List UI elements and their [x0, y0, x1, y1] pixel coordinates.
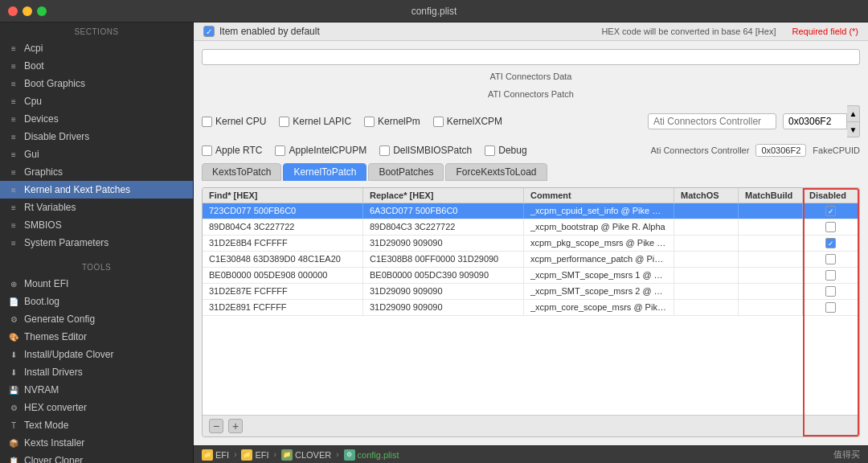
table-row[interactable]: 31D2E8B4 FCFFFF 31D29090 909090 xcpm_pkg… — [203, 236, 859, 252]
kernel-cpu-checkbox-label[interactable]: Kernel CPU — [202, 116, 266, 127]
sidebar-item-themes-editor[interactable]: 🎨 Themes Editor — [0, 328, 193, 346]
td-disabled-6[interactable] — [803, 300, 859, 315]
sidebar-item-cpu[interactable]: ≡ Cpu — [0, 92, 193, 110]
ati-connectors-data-input[interactable] — [202, 49, 860, 65]
sidebar-item-clover-cloner[interactable]: 📋 Clover Cloner — [0, 452, 193, 463]
td-matchbuild-2 — [739, 236, 803, 251]
table-row[interactable]: 89D804C4 3C227722 89D804C3 3C227722 _xcp… — [203, 219, 859, 236]
sidebar-item-gui[interactable]: ≡ Gui — [0, 145, 193, 163]
tab-kexts-to-patch[interactable]: KextsToPatch — [202, 163, 281, 181]
themes-editor-icon: 🎨 — [8, 331, 19, 342]
td-disabled-2[interactable] — [803, 236, 859, 251]
kernelpm-checkbox[interactable] — [364, 117, 375, 127]
breadcrumb-chevron-3: › — [336, 450, 338, 459]
sidebar-item-boot[interactable]: ≡ Boot — [0, 57, 193, 75]
td-disabled-5[interactable] — [803, 284, 859, 299]
ati-patch-label: ATI Connectors Patch — [488, 89, 574, 99]
td-matchbuild-1 — [739, 219, 803, 235]
table-row[interactable]: 723CD077 500FB6C0 6A3CD077 500FB6C0 _xcp… — [203, 203, 859, 219]
disabled-checkbox-1[interactable] — [825, 222, 836, 232]
kernel-lapic-checkbox[interactable] — [279, 117, 289, 127]
kernel-lapic-checkbox-label[interactable]: Kernel LAPIC — [279, 116, 351, 127]
disabled-checkbox-0[interactable] — [825, 206, 836, 216]
disabled-checkbox-6[interactable] — [825, 302, 836, 313]
sidebar-item-nvram[interactable]: 💾 NVRAM — [0, 381, 193, 399]
sidebar-item-generate-config[interactable]: ⚙ Generate Config — [0, 310, 193, 328]
td-disabled-1[interactable] — [803, 219, 859, 235]
td-replace-2: 31D29090 909090 — [363, 236, 524, 251]
disabled-checkbox-5[interactable] — [825, 286, 836, 297]
sidebar-item-boot-log[interactable]: 📄 Boot.log — [0, 293, 193, 310]
table-header: Find* [HEX] Replace* [HEX] Comment Match… — [203, 188, 859, 203]
graphics-icon: ≡ — [8, 166, 19, 178]
td-matchos-3 — [674, 252, 739, 267]
table-row[interactable]: 31D2E891 FCFFFF 31D29090 909090 _xcpm_co… — [203, 300, 859, 316]
stepper-down-button[interactable]: ▼ — [847, 121, 860, 137]
kernelxcpm-checkbox[interactable] — [433, 117, 444, 127]
hex-value-input[interactable] — [783, 113, 847, 129]
sidebar-item-text-mode[interactable]: T Text Mode — [0, 416, 193, 434]
td-matchos-6 — [674, 300, 739, 315]
apple-intel-cpupm-checkbox[interactable] — [275, 145, 285, 156]
td-disabled-4[interactable] — [803, 268, 859, 283]
close-button[interactable] — [8, 6, 18, 16]
folder-efi2-icon: 📁 — [241, 449, 252, 461]
tab-force-kexts-to-load[interactable]: ForceKextsToLoad — [445, 163, 547, 181]
sidebar-item-smbios[interactable]: ≡ SMBIOS — [0, 216, 193, 234]
table-row[interactable]: BE0B0000 005DE908 000000 BE0B0000 005DC3… — [203, 268, 859, 284]
sidebar-item-disable-drivers[interactable]: ≡ Disable Drivers — [0, 128, 193, 145]
debug-checkbox-label[interactable]: Debug — [485, 145, 526, 156]
dell-smbios-checkbox[interactable] — [379, 145, 390, 156]
ati-controller-label: Ati Connectors Controller — [650, 145, 749, 155]
ati-controller-input[interactable] — [648, 113, 776, 129]
sidebar-item-mount-efi[interactable]: ⊕ Mount EFI — [0, 275, 193, 293]
tab-kernel-to-patch[interactable]: KernelToPatch — [283, 163, 366, 181]
sections-label: SECTIONS — [0, 23, 193, 39]
maximize-button[interactable] — [37, 6, 47, 16]
th-matchbuild: MatchBuild — [739, 188, 803, 203]
stepper-up-button[interactable]: ▲ — [847, 105, 860, 121]
acpi-icon: ≡ — [8, 43, 19, 54]
kernelxcpm-checkbox-label[interactable]: KernelXCPM — [433, 116, 502, 127]
debug-label: Debug — [498, 145, 526, 156]
sidebar-item-hex-converter[interactable]: ⚙ HEX converter — [0, 399, 193, 416]
sidebar-item-boot-graphics[interactable]: ≡ Boot Graphics — [0, 75, 193, 92]
add-row-button[interactable]: + — [228, 419, 243, 433]
disabled-checkbox-2[interactable] — [825, 238, 836, 248]
sidebar-item-devices[interactable]: ≡ Devices — [0, 110, 193, 128]
kernelpm-checkbox-label[interactable]: KernelPm — [364, 116, 420, 127]
tab-boot-patches[interactable]: BootPatches — [368, 163, 444, 181]
sidebar-item-label: HEX converter — [24, 402, 87, 413]
kernel-lapic-label: Kernel LAPIC — [293, 116, 351, 127]
table-row[interactable]: 31D2E87E FCFFFF 31D29090 909090 _xcpm_SM… — [203, 284, 859, 300]
sidebar-item-graphics[interactable]: ≡ Graphics — [0, 163, 193, 181]
td-replace-4: BE0B0000 005DC390 909090 — [363, 268, 524, 283]
td-matchbuild-5 — [739, 284, 803, 299]
apple-rtc-checkbox[interactable] — [202, 145, 212, 156]
rt-variables-icon: ≡ — [8, 202, 19, 213]
debug-checkbox[interactable] — [485, 145, 495, 156]
sidebar-item-install-drivers[interactable]: ⬇ Install Drivers — [0, 363, 193, 381]
td-disabled-0[interactable] — [803, 203, 859, 219]
sidebar-item-rt-variables[interactable]: ≡ Rt Variables — [0, 199, 193, 216]
kernelpm-label: KernelPm — [378, 116, 420, 127]
table-row[interactable]: C1E30848 63D389D0 48C1EA20 C1E308B8 00FF… — [203, 252, 859, 268]
apple-rtc-checkbox-label[interactable]: Apple RTC — [202, 145, 262, 156]
dell-smbios-checkbox-label[interactable]: DellSMBIOSPatch — [379, 145, 472, 156]
sidebar-item-kernel-kext-patches[interactable]: ≡ Kernel and Kext Patches — [0, 181, 193, 199]
td-matchos-2 — [674, 236, 739, 251]
tools-label: TOOLS — [0, 258, 193, 275]
sidebar-item-system-parameters[interactable]: ≡ System Parameters — [0, 234, 193, 252]
sidebar-item-kexts-installer[interactable]: 📦 Kexts Installer — [0, 434, 193, 452]
minimize-button[interactable] — [23, 6, 32, 16]
sidebar-item-acpi[interactable]: ≡ Acpi — [0, 39, 193, 57]
disabled-checkbox-3[interactable] — [825, 254, 836, 264]
sidebar-item-install-update-clover[interactable]: ⬇ Install/Update Clover — [0, 346, 193, 363]
item-enabled-checkbox[interactable] — [203, 26, 215, 37]
remove-row-button[interactable]: − — [209, 419, 223, 433]
td-disabled-3[interactable] — [803, 252, 859, 267]
kernel-cpu-checkbox[interactable] — [202, 117, 212, 127]
disabled-checkbox-4[interactable] — [825, 270, 836, 281]
statusbar-efi-item: 📁 EFI — [202, 449, 229, 461]
apple-intel-cpupm-checkbox-label[interactable]: AppleIntelCPUPM — [275, 145, 366, 156]
